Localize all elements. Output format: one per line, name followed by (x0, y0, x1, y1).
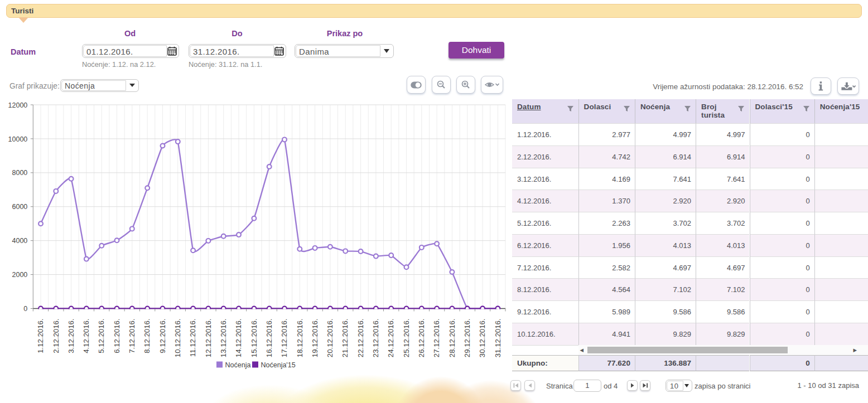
svg-text:7.12.2016.: 7.12.2016. (128, 319, 136, 353)
svg-text:24.12.2016.: 24.12.2016. (387, 319, 395, 358)
svg-text:10.12.2016.: 10.12.2016. (173, 319, 182, 358)
svg-text:20.12.2016.: 20.12.2016. (326, 319, 334, 358)
svg-text:Noćenja'15: Noćenja'15 (261, 361, 296, 369)
svg-text:16.12.2016.: 16.12.2016. (265, 319, 273, 358)
svg-text:12.12.2016.: 12.12.2016. (204, 319, 213, 358)
svg-text:30.12.2016.: 30.12.2016. (478, 319, 486, 358)
svg-text:9.12.2016.: 9.12.2016. (158, 319, 167, 353)
svg-text:Noćenja: Noćenja (225, 361, 251, 369)
svg-text:25.12.2016.: 25.12.2016. (402, 319, 411, 358)
svg-text:15.12.2016.: 15.12.2016. (250, 319, 258, 358)
svg-text:1.12.2016.: 1.12.2016. (36, 319, 45, 353)
svg-text:13.12.2016.: 13.12.2016. (219, 319, 228, 358)
svg-text:6000: 6000 (12, 203, 27, 211)
svg-text:19.12.2016.: 19.12.2016. (311, 319, 319, 358)
svg-text:10000: 10000 (8, 135, 28, 143)
svg-text:4.12.2016.: 4.12.2016. (82, 319, 90, 353)
svg-text:6.12.2016.: 6.12.2016. (113, 319, 121, 353)
svg-text:14.12.2016.: 14.12.2016. (234, 319, 243, 358)
svg-text:28.12.2016.: 28.12.2016. (448, 319, 456, 358)
svg-text:5.12.2016.: 5.12.2016. (97, 319, 105, 353)
svg-text:12000: 12000 (8, 101, 28, 109)
svg-text:8000: 8000 (12, 169, 27, 177)
svg-text:29.12.2016.: 29.12.2016. (463, 319, 471, 358)
svg-text:2000: 2000 (12, 271, 27, 279)
svg-text:0: 0 (23, 305, 27, 313)
svg-text:4000: 4000 (12, 237, 27, 245)
svg-text:27.12.2016.: 27.12.2016. (432, 319, 441, 358)
svg-text:8.12.2016.: 8.12.2016. (143, 319, 151, 353)
svg-text:18.12.2016.: 18.12.2016. (296, 319, 304, 358)
svg-text:11.12.2016.: 11.12.2016. (189, 319, 197, 357)
svg-text:26.12.2016.: 26.12.2016. (417, 319, 426, 358)
svg-text:23.12.2016.: 23.12.2016. (372, 319, 380, 358)
svg-text:3.12.2016.: 3.12.2016. (67, 319, 75, 353)
svg-text:2.12.2016.: 2.12.2016. (52, 319, 60, 353)
svg-text:17.12.2016.: 17.12.2016. (280, 319, 288, 358)
svg-text:22.12.2016.: 22.12.2016. (356, 319, 365, 358)
svg-text:21.12.2016.: 21.12.2016. (341, 319, 349, 358)
svg-text:31.12.2016.: 31.12.2016. (494, 319, 502, 358)
